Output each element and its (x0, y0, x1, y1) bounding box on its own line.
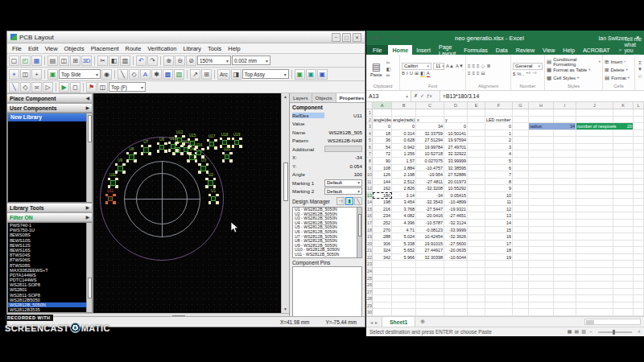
font-color-icon[interactable]: A (427, 71, 430, 77)
cell-E28[interactable] (468, 295, 485, 302)
maximize-icon[interactable]: ▢ (342, 33, 351, 42)
cell-E26[interactable] (468, 282, 485, 289)
cell-D9[interactable]: 32.38595 (444, 165, 468, 172)
cell-E13[interactable] (468, 192, 485, 200)
cell-J28[interactable] (576, 295, 613, 302)
cell-E24[interactable] (468, 268, 485, 275)
cell-C25[interactable] (416, 275, 444, 282)
cell-J19[interactable] (576, 233, 613, 241)
cell-C13[interactable]: -34 (416, 192, 444, 200)
cell-K30[interactable] (613, 309, 634, 316)
cell-F20[interactable]: 17 (485, 241, 513, 248)
property-value[interactable]: WS2812B-NAR (324, 138, 362, 143)
run-icon[interactable]: ▶ (59, 82, 69, 93)
number-format-select[interactable]: General (513, 63, 543, 70)
property-dropdown[interactable]: Default (324, 179, 362, 187)
cell-A21[interactable]: 324 (373, 247, 392, 254)
cell-K23[interactable] (613, 261, 634, 268)
print-preview-icon[interactable]: ◫ (59, 56, 69, 66)
sheet-tab-sheet1[interactable]: Sheet1 (382, 317, 415, 327)
cell-B11[interactable]: 2.512 (392, 179, 416, 186)
cell-B27[interactable] (392, 289, 416, 296)
cell-K14[interactable] (613, 199, 634, 206)
cell-D4[interactable]: 10.50141 (444, 130, 468, 138)
line-tool-icon[interactable]: ╲ (118, 69, 128, 80)
cell-A11[interactable]: 144 (373, 179, 392, 186)
cell-K20[interactable] (613, 241, 634, 248)
cell-F18[interactable]: 15 (485, 227, 513, 234)
cell-A12[interactable]: 162 (373, 185, 392, 192)
cell-B15[interactable]: 3.768 (392, 206, 416, 213)
cell-F24[interactable] (485, 268, 513, 275)
cell-E6[interactable] (468, 144, 485, 151)
cell-F22[interactable]: 19 (485, 254, 513, 261)
cell-J24[interactable] (576, 268, 613, 275)
cell-A7[interactable]: 72 (373, 150, 392, 158)
redo-icon[interactable]: ↷ (147, 56, 158, 66)
column-header-K[interactable]: K (613, 102, 634, 109)
cell-I9[interactable] (554, 165, 576, 172)
led-component-U6[interactable]: U6 (157, 142, 167, 153)
menu-verification[interactable]: Verification (144, 45, 180, 52)
cell-E3[interactable] (468, 123, 485, 130)
cell-G17[interactable] (513, 220, 529, 227)
cell-D18[interactable]: -33.9999 (444, 227, 468, 234)
cell-I20[interactable] (554, 241, 576, 248)
cell-B13[interactable]: 3.14 (392, 192, 416, 200)
cell-G15[interactable] (513, 206, 529, 213)
cell-A5[interactable]: 36 (373, 137, 392, 144)
row-header-15[interactable]: 15 (366, 206, 373, 213)
cell-J7[interactable] (576, 150, 613, 158)
cell-H17[interactable] (529, 220, 554, 227)
increase-decimal-icon[interactable]: ⁺⁰ (526, 72, 530, 77)
cell-I17[interactable] (554, 220, 576, 227)
cell-D6[interactable]: 27.49701 (444, 144, 468, 151)
cell-D17[interactable]: -32.3124 (444, 220, 468, 227)
cell-I29[interactable] (554, 302, 576, 310)
led-component-U11[interactable]: U11 (105, 194, 116, 204)
cell-J30[interactable] (576, 309, 613, 316)
cell-F8[interactable]: 5 (485, 158, 513, 165)
cell-I23[interactable] (554, 261, 576, 268)
save-icon[interactable]: ▦ (31, 56, 42, 66)
cell-K18[interactable] (613, 227, 634, 234)
cell-G26[interactable] (513, 282, 529, 289)
align-bottom-icon[interactable]: ≡ (477, 64, 480, 69)
cell-E11[interactable] (468, 179, 485, 186)
column-header-H[interactable]: H (529, 102, 554, 109)
cell-F23[interactable] (485, 261, 513, 268)
cell-H15[interactable] (529, 206, 554, 213)
zoom-level-select[interactable]: 150% (197, 56, 231, 65)
cell-I28[interactable] (554, 295, 576, 302)
column-header-L[interactable]: L (634, 102, 644, 109)
row-header-7[interactable]: 7 (366, 150, 373, 158)
ribbon-tab-help[interactable]: Help (559, 45, 579, 55)
zoom-out-icon[interactable]: ⊖ (175, 56, 185, 66)
cell-L17[interactable] (634, 220, 644, 227)
row-header-13[interactable]: 13 (366, 192, 373, 200)
menu-help[interactable]: Help (225, 45, 243, 52)
name-box[interactable]: A13 (366, 91, 411, 101)
cell-A18[interactable]: 270 (373, 227, 392, 234)
cell-A25[interactable] (373, 275, 392, 282)
cell-G27[interactable] (513, 289, 529, 296)
cell-L29[interactable] (634, 302, 644, 310)
cell-K6[interactable] (613, 144, 634, 151)
cell-D27[interactable] (444, 289, 468, 296)
minimize-icon[interactable]: ─ (332, 33, 341, 42)
row-header-20[interactable]: 20 (366, 241, 373, 248)
cell-C27[interactable] (416, 289, 444, 296)
cell-H5[interactable] (529, 137, 554, 144)
ribbon-tab-review[interactable]: Review (512, 45, 539, 55)
cell-J21[interactable] (576, 247, 613, 254)
pcb-title-bar[interactable]: PCB Layout ─ ▢ ✕ (7, 31, 365, 43)
led-component-U16[interactable]: U16 (194, 148, 204, 158)
clear-icon[interactable]: ◇ (638, 73, 642, 79)
cell-A29[interactable] (373, 302, 392, 310)
row-header-10[interactable]: 10 (366, 171, 373, 179)
row-header-18[interactable]: 18 (366, 227, 373, 234)
cell-C9[interactable]: -10.4757 (416, 165, 444, 172)
percent-style-icon[interactable]: % (517, 72, 521, 77)
cell-H26[interactable] (529, 282, 554, 289)
filter-header[interactable]: Filter ON ▶ (7, 212, 93, 222)
